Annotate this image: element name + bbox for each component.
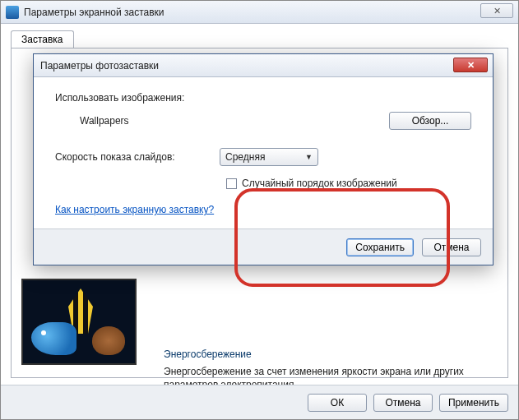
- help-link[interactable]: Как настроить экранную заставку?: [55, 204, 214, 215]
- speed-combobox[interactable]: Средняя ▼: [220, 148, 318, 166]
- dialog-cancel-button[interactable]: Отмена: [422, 238, 481, 256]
- close-icon[interactable]: ✕: [453, 58, 488, 72]
- help-row: Как настроить экранную заставку?: [55, 204, 471, 215]
- folder-name: Wallpapers: [80, 115, 389, 127]
- fish-graphic: [31, 322, 76, 355]
- parent-button-bar: ОК Отмена Применить: [1, 385, 518, 419]
- shell-graphic: [92, 326, 125, 355]
- photo-screensaver-dialog: Параметры фотозаставки ✕ Использовать из…: [33, 53, 494, 265]
- speed-row: Скорость показа слайдов: Средняя ▼: [55, 148, 471, 166]
- apply-button[interactable]: Применить: [439, 394, 508, 412]
- dialog-titlebar[interactable]: Параметры фотозаставки ✕: [34, 54, 493, 77]
- speed-label: Скорость показа слайдов:: [55, 151, 220, 163]
- energy-heading: Энергосбережение: [164, 348, 491, 360]
- close-icon[interactable]: ✕: [480, 3, 513, 18]
- app-icon: [6, 6, 19, 19]
- shuffle-checkbox[interactable]: [226, 178, 237, 189]
- folder-row: Wallpapers Обзор...: [80, 112, 471, 130]
- use-images-label: Использовать изображения:: [55, 92, 184, 104]
- tab-screensaver[interactable]: Заставка: [11, 30, 74, 48]
- speed-value: Средняя: [225, 151, 265, 163]
- chevron-down-icon: ▼: [305, 153, 313, 161]
- dialog-title: Параметры фотозаставки: [40, 60, 159, 72]
- screensaver-preview: [21, 279, 137, 365]
- parent-title: Параметры экранной заставки: [24, 7, 165, 18]
- ok-button[interactable]: ОК: [308, 394, 367, 412]
- parent-titlebar[interactable]: Параметры экранной заставки ✕: [1, 1, 518, 24]
- dialog-button-bar: Сохранить Отмена: [34, 228, 493, 265]
- browse-button[interactable]: Обзор...: [389, 112, 471, 130]
- use-images-row: Использовать изображения:: [55, 92, 471, 104]
- shuffle-row: Случайный порядок изображений: [226, 178, 471, 189]
- save-button[interactable]: Сохранить: [346, 238, 414, 256]
- cancel-button[interactable]: Отмена: [373, 394, 433, 412]
- dialog-body: Использовать изображения: Wallpapers Обз…: [34, 77, 493, 228]
- shuffle-label: Случайный порядок изображений: [242, 178, 397, 189]
- tab-strip: Заставка: [11, 30, 74, 48]
- parent-window-controls: ✕: [480, 3, 513, 18]
